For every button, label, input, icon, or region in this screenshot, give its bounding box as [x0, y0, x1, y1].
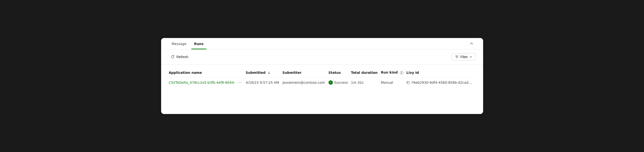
- svg-rect-0: [408, 82, 409, 84]
- tab-runs[interactable]: Runs: [191, 38, 206, 49]
- col-run-kind: Run kind i: [381, 68, 406, 78]
- submitted-value: 4/19/23 9:57:25 AM: [246, 81, 279, 85]
- runs-table: Application name Submitted ↓ Submitter S…: [169, 68, 476, 87]
- more-options-button[interactable]: ···: [238, 80, 242, 85]
- col-submitted[interactable]: Submitted ↓: [246, 68, 282, 78]
- cell-livy-id: 76eb2930-9df4-4560-856b-d2cad...: [406, 78, 476, 87]
- cell-run-kind: Manual: [381, 78, 406, 87]
- chevron-up-icon: [470, 42, 474, 45]
- table-header-row: Application name Submitted ↓ Submitter S…: [169, 68, 476, 78]
- col-livy-id: Livy Id: [406, 68, 476, 78]
- duration-value: 1m 32s: [351, 81, 364, 85]
- copy-icon[interactable]: [406, 81, 410, 84]
- tabs-bar: Message Runs: [161, 38, 483, 49]
- col-app-name: Application name: [169, 68, 246, 78]
- col-status: Status: [328, 68, 351, 78]
- status-value: Success: [334, 81, 348, 85]
- app-name-link[interactable]: CSVToDelta_078cc2a5-b3fb-4ef8-804d-: [169, 81, 235, 85]
- toolbar: Refresh Filter: [161, 49, 483, 65]
- col-duration: Total duration: [351, 68, 381, 78]
- tab-runs-label: Runs: [194, 42, 204, 46]
- main-card: Message Runs Refresh Filter: [161, 38, 483, 114]
- chevron-down-icon: [469, 55, 472, 58]
- refresh-button[interactable]: Refresh: [169, 53, 190, 60]
- refresh-icon: [171, 55, 175, 59]
- sort-icon: ↓: [268, 71, 270, 74]
- filter-icon: [455, 55, 459, 59]
- table-row: CSVToDelta_078cc2a5-b3fb-4ef8-804d- ··· …: [169, 78, 476, 87]
- cell-status: Success: [328, 78, 351, 87]
- collapse-button[interactable]: [468, 40, 476, 47]
- success-icon: [328, 80, 333, 85]
- filter-button[interactable]: Filter: [452, 53, 475, 60]
- cell-submitted: 4/19/23 9:57:25 AM: [246, 78, 282, 87]
- tab-message-label: Message: [172, 42, 186, 46]
- cell-submitter: jessieirwin@contoso.com: [282, 78, 328, 87]
- livy-id-value: 76eb2930-9df4-4560-856b-d2cad...: [411, 81, 472, 85]
- cell-app-name: CSVToDelta_078cc2a5-b3fb-4ef8-804d- ···: [169, 78, 246, 87]
- filter-label: Filter: [460, 55, 468, 59]
- table-container: Application name Submitted ↓ Submitter S…: [161, 65, 483, 93]
- tab-message[interactable]: Message: [169, 38, 189, 49]
- col-submitter: Submitter: [282, 68, 328, 78]
- submitter-value: jessieirwin@contoso.com: [282, 81, 325, 85]
- run-kind-value: Manual: [381, 81, 393, 85]
- cell-duration: 1m 32s: [351, 78, 381, 87]
- run-kind-info-icon[interactable]: i: [400, 71, 403, 74]
- refresh-label: Refresh: [176, 55, 188, 59]
